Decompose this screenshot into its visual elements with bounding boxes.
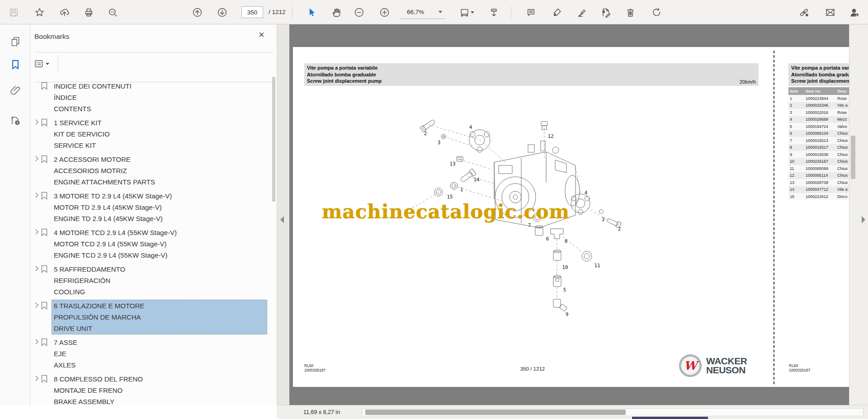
table-row: 4 1000028689 Mezz	[788, 116, 849, 123]
horizontal-scrollbar-thumb[interactable]	[365, 410, 626, 415]
svg-text:i: i	[17, 121, 18, 125]
account-icon[interactable]	[848, 6, 860, 19]
page-indicator: 350 / 1212	[510, 366, 555, 372]
diagram-callout-number: 1	[460, 187, 463, 193]
bookmarks-scrollbar[interactable]	[272, 77, 275, 202]
panel-gutter	[277, 24, 289, 405]
select-tool-icon[interactable]	[305, 6, 317, 19]
table-row: 3 1000022016 Rose	[788, 109, 849, 116]
diagram-callout-number: 5	[563, 287, 566, 293]
divider	[34, 52, 273, 52]
bookmark-label: 1 SERVICE KIT KIT DE SERVICIO SERVICE KI…	[52, 117, 267, 151]
document-info-icon[interactable]: i	[8, 113, 23, 127]
toolbar-separator	[292, 6, 292, 18]
bookmark-label: 2 ACCESSORI MOTORE ACCESORIOS MOTRIZ ENG…	[52, 154, 267, 188]
star-icon[interactable]	[33, 6, 46, 19]
edit-page-icon[interactable]	[599, 6, 612, 19]
diagram-callout-number: 2	[618, 226, 621, 232]
highlighter-icon[interactable]	[551, 6, 563, 19]
page-number-input[interactable]	[241, 6, 263, 18]
bookmark-item[interactable]: 7 ASSE EJE AXLES	[30, 337, 270, 371]
bookmark-item[interactable]: INDICE DEI CONTENUTI ÍNDICE CONTENTS	[30, 80, 270, 114]
print-icon[interactable]	[82, 6, 95, 19]
horizontal-scrollbar[interactable]	[362, 408, 863, 416]
zoom-out-icon[interactable]	[353, 6, 365, 19]
save-icon[interactable]	[7, 6, 20, 19]
sign-pen-icon[interactable]	[576, 6, 588, 19]
diagram-callout-number: 4	[469, 124, 472, 130]
collapse-left-panel-icon[interactable]	[280, 216, 284, 223]
search-icon[interactable]	[106, 6, 119, 19]
parts-table-header: Item Item no. Desc	[788, 87, 849, 95]
comment-icon[interactable]	[524, 6, 537, 19]
close-icon[interactable]: ×	[259, 30, 264, 40]
table-row: 10 1000226167 Chius	[788, 158, 849, 165]
fit-width-icon[interactable]	[458, 6, 476, 19]
page-footer-id-right: RL50 1000325187	[789, 363, 810, 372]
hand-tool-icon[interactable]	[330, 6, 343, 19]
chevron-down-icon	[471, 11, 474, 14]
chevron-right-icon[interactable]	[33, 337, 41, 344]
chevron-right-icon[interactable]	[33, 264, 41, 270]
page-scrolling-icon[interactable]	[487, 6, 500, 19]
table-row: 2 1000015346 Vite a	[788, 102, 849, 109]
bookmark-icon	[41, 154, 52, 165]
chevron-right-icon[interactable]	[33, 373, 41, 380]
rotate-icon[interactable]	[650, 6, 662, 19]
chevron-down-icon	[439, 11, 442, 13]
bookmark-item[interactable]: 6 TRASLAZIONE E MOTORE PROPULSIÓN DE MAR…	[30, 300, 270, 334]
next-page-icon[interactable]	[216, 6, 228, 19]
previous-page-icon[interactable]	[191, 6, 203, 19]
bookmark-options-icon[interactable]	[34, 56, 55, 71]
page-thumbnails-icon[interactable]	[8, 34, 23, 49]
chevron-down-icon	[46, 63, 49, 65]
logo-wordmark: WACKER NEUSON	[706, 357, 747, 375]
bookmark-label: 3 MOTORE TD 2.9 L4 (45KW Stage-V) MOTOR …	[52, 190, 267, 224]
sidebar-icon-strip: i	[0, 24, 30, 405]
page-total-label: / 1212	[269, 9, 286, 15]
table-row: 6 1000085104 Chius	[788, 130, 849, 137]
bookmark-label: INDICE DEI CONTENUTI ÍNDICE CONTENTS	[52, 80, 267, 114]
chevron-right-icon[interactable]	[33, 300, 41, 307]
share-link-icon[interactable]	[797, 6, 810, 19]
diagram-callout-number: 3	[602, 217, 605, 222]
status-bar: 11,69 x 8,27 in	[277, 405, 868, 419]
bookmark-item[interactable]: 3 MOTORE TD 2.9 L4 (45KW Stage-V) MOTOR …	[30, 190, 270, 224]
bookmark-item[interactable]: 5 RAFFREDDAMENTO REFRIGERACIÓN COOLING	[30, 264, 270, 297]
bookmark-icon	[41, 373, 52, 385]
bookmark-item[interactable]: 8 COMPLESSO DEL FRENO MONTAJE DE FRENO B…	[30, 373, 270, 405]
bookmark-item[interactable]: 4 MOTORE TCD 2.9 L4 (55KW Stage-V) MOTOR…	[30, 227, 270, 261]
chevron-right-icon[interactable]	[33, 154, 41, 160]
bookmark-item[interactable]: 2 ACCESSORI MOTORE ACCESORIOS MOTRIZ ENG…	[30, 154, 270, 188]
bookmark-item[interactable]: 1 SERVICE KIT KIT DE SERVICIO SERVICE KI…	[30, 117, 270, 151]
diagram-callout-number: 13	[449, 161, 455, 167]
email-icon[interactable]	[824, 6, 836, 19]
logo-w: W	[684, 359, 697, 372]
share-icon[interactable]	[58, 6, 71, 19]
table-row: 1 1000223944 Rose	[788, 95, 849, 102]
table-row: 11 1000085099 Chius	[788, 165, 849, 172]
bookmark-label: 7 ASSE EJE AXLES	[52, 337, 267, 371]
document-viewport[interactable]: Vite pompa a portata variabile Atornilla…	[289, 24, 849, 405]
chevron-right-icon[interactable]	[33, 227, 41, 234]
attachments-icon[interactable]	[8, 82, 23, 97]
bookmark-icon	[41, 80, 52, 92]
bookmark-icon	[41, 227, 52, 238]
chevron-right-icon[interactable]	[33, 117, 41, 124]
toolbar-separator	[511, 6, 511, 18]
diagram-callout-number: 10	[562, 264, 568, 270]
vertical-scrollbar[interactable]	[851, 136, 855, 179]
window-edge-sliver	[632, 417, 708, 419]
table-row: 15 1000222612 Disco	[788, 193, 849, 200]
chevron-right-icon[interactable]	[33, 190, 41, 197]
zoom-in-icon[interactable]	[378, 6, 391, 19]
delete-icon[interactable]	[624, 6, 637, 19]
bookmarks-panel-icon[interactable]	[8, 57, 23, 72]
bookmark-icon	[41, 117, 52, 128]
page-divider	[774, 51, 774, 384]
zoom-level-select[interactable]: 66,7%	[400, 5, 446, 19]
diagram-callout-number: 4	[585, 190, 588, 196]
expand-right-panel-icon[interactable]	[862, 216, 865, 223]
parts-table: Item Item no. Desc 1 1000223944 Rose	[788, 87, 849, 200]
diagram-callout-number: 2	[424, 131, 427, 137]
